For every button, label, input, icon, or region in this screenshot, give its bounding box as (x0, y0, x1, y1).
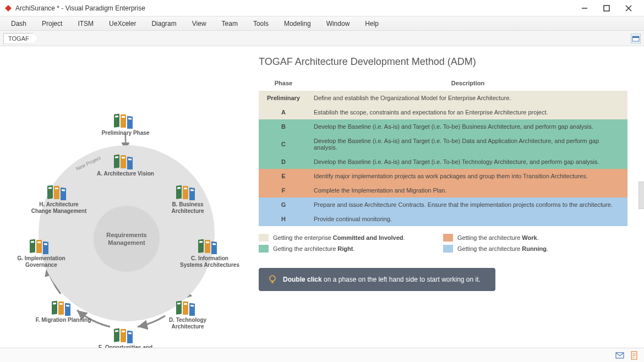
node-label: F. Migration Planning (36, 317, 91, 323)
svg-rect-54 (65, 303, 70, 316)
menu-bar: Dash Project ITSM UeXceler Diagram View … (0, 17, 644, 31)
node-d[interactable]: D. Technology Architecture (157, 299, 218, 330)
side-panel-handle[interactable] (638, 182, 644, 209)
node-label: C. Information Systems Architectures (179, 255, 240, 268)
node-preliminary[interactable]: Preliminary Phase (95, 112, 156, 136)
svg-rect-48 (127, 331, 133, 343)
breadcrumb-bar: TOGAF (0, 31, 644, 46)
svg-marker-0 (5, 5, 12, 12)
node-b[interactable]: B. Business Architecture (157, 184, 218, 215)
phase-cell: D (259, 155, 308, 169)
requirements-label: Requirements Management (106, 231, 146, 247)
svg-rect-66 (61, 188, 66, 200)
svg-rect-57 (66, 305, 69, 307)
mail-icon[interactable] (615, 351, 624, 360)
svg-rect-45 (190, 305, 194, 307)
node-g[interactable]: G. Implementation Governance (11, 238, 72, 268)
legend-committed: Getting the enterprise Committed and Inv… (259, 234, 443, 242)
svg-rect-55 (53, 303, 56, 305)
node-f[interactable]: F. Migration Planning (33, 299, 94, 323)
svg-rect-63 (44, 243, 47, 245)
binders-icon (29, 238, 54, 254)
phase-cell: G (259, 198, 308, 212)
switch-diagram-icon[interactable] (631, 34, 641, 43)
binders-icon (197, 238, 222, 254)
svg-rect-2 (604, 6, 609, 11)
svg-rect-26 (122, 157, 125, 158)
svg-rect-27 (128, 158, 132, 161)
hint-box: Double click on a phase on the left hand… (259, 268, 495, 291)
svg-rect-30 (189, 188, 195, 200)
svg-rect-44 (184, 303, 187, 305)
table-row: BDevelop the Baseline (i.e. As-is) and T… (259, 119, 627, 134)
node-label: B. Business Architecture (157, 201, 218, 215)
menu-window[interactable]: Window (319, 18, 358, 30)
svg-rect-42 (189, 303, 195, 316)
document-icon[interactable] (630, 351, 638, 360)
node-label: Preliminary Phase (102, 130, 150, 136)
menu-itsm[interactable]: ITSM (70, 18, 101, 30)
menu-tools[interactable]: Tools (245, 18, 276, 30)
binders-icon (113, 153, 138, 169)
menu-diagram[interactable]: Diagram (144, 18, 184, 30)
node-a[interactable]: A. Architecture Vision (95, 153, 156, 177)
svg-rect-32 (184, 188, 187, 189)
window-title: ArchiSurance * - Visual Paradigm Enterpr… (15, 4, 574, 12)
requirements-center[interactable]: Requirements Management (94, 206, 160, 272)
phase-cell: A (259, 105, 308, 119)
phase-table: Phase Description PreliminaryDefine and … (259, 75, 627, 226)
lightbulb-icon (268, 275, 277, 284)
menu-modeling[interactable]: Modeling (276, 18, 319, 30)
maximize-button[interactable] (596, 1, 618, 16)
node-label: D. Technology Architecture (157, 317, 218, 330)
svg-rect-49 (115, 330, 118, 332)
desc-cell: Develop the Baseline (i.e. As-is) and Ta… (308, 134, 627, 155)
table-row: HProvide continual monitoring. (259, 212, 627, 226)
menu-view[interactable]: View (184, 18, 214, 30)
svg-rect-31 (177, 187, 181, 189)
svg-rect-37 (199, 241, 203, 243)
node-c[interactable]: C. Information Systems Architectures (179, 238, 240, 268)
svg-rect-21 (128, 118, 132, 120)
phase-cell: Preliminary (259, 91, 308, 105)
phase-cell: H (259, 212, 308, 226)
desc-cell: Complete the Implementation and Migratio… (308, 183, 627, 198)
col-phase: Phase (259, 75, 308, 91)
binders-icon (113, 112, 138, 129)
binders-icon (51, 299, 76, 316)
svg-rect-24 (127, 157, 133, 169)
binders-icon (113, 327, 138, 343)
svg-rect-50 (122, 331, 125, 332)
diagram-pane: Requirements Management New Project Prel… (0, 46, 253, 348)
legend-work: Getting the architecture Work. (443, 234, 627, 242)
svg-rect-6 (632, 36, 639, 38)
hint-bold: Double click (283, 276, 322, 283)
phase-cell: B (259, 119, 308, 134)
svg-point-70 (270, 276, 275, 281)
menu-team[interactable]: Team (214, 18, 245, 30)
svg-rect-18 (127, 116, 133, 129)
phase-cell: C (259, 134, 308, 155)
desc-cell: Define and establish the Organizational … (308, 91, 627, 105)
table-row: DDevelop the Baseline (i.e. As-is) and T… (259, 155, 627, 169)
breadcrumb-togaf[interactable]: TOGAF (3, 33, 37, 44)
menu-help[interactable]: Help (357, 18, 386, 30)
menu-dash[interactable]: Dash (3, 18, 34, 30)
desc-cell: Identify major implementation projects a… (308, 169, 627, 183)
minimize-button[interactable] (574, 1, 596, 16)
desc-cell: Provide continual monitoring. (308, 212, 627, 226)
svg-rect-20 (122, 116, 125, 118)
menu-uexceler[interactable]: UeXceler (101, 18, 144, 30)
close-button[interactable] (618, 1, 640, 16)
menu-project[interactable]: Project (34, 18, 70, 30)
node-label: G. Implementation Governance (11, 255, 72, 268)
node-h[interactable]: H. Architecture Change Management (29, 184, 89, 215)
svg-rect-36 (211, 242, 217, 254)
hint-rest: on a phase on the left hand side to star… (322, 276, 481, 283)
desc-cell: Develop the Baseline (i.e. As-is) and Ta… (308, 155, 627, 169)
svg-rect-67 (48, 187, 52, 189)
binders-icon (175, 184, 200, 200)
phase-cell: F (259, 183, 308, 198)
adm-diagram: Requirements Management New Project Prel… (6, 52, 248, 338)
legend-right: Getting the architecture Right. (259, 245, 443, 253)
